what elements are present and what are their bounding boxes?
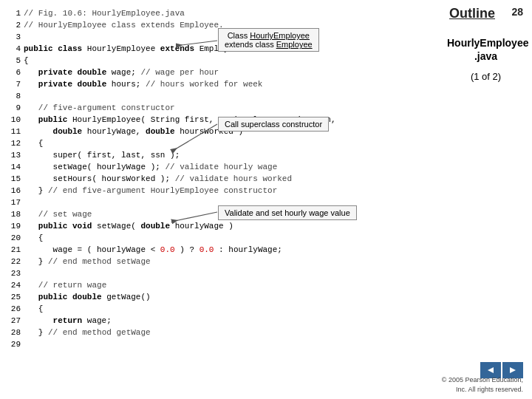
next-icon <box>508 366 517 375</box>
annotation-constructor: Call superclass constructor <box>218 117 329 132</box>
svg-marker-7 <box>510 367 516 373</box>
code-line-5: 5{ <box>7 55 466 66</box>
prev-icon <box>486 366 495 375</box>
file-extension: .java <box>447 50 525 62</box>
code-line-22: 22 } // end method setWage <box>7 256 466 267</box>
code-line-15: 15 setHours( hoursWorked ); // validate … <box>7 173 466 185</box>
copyright-line1: © 2005 Pearson Education, <box>442 375 523 385</box>
annotation-validate: Validate and set hourly wage value <box>218 205 357 220</box>
code-line-14: 14 setWage( hourlyWage ); // validate ho… <box>7 161 466 173</box>
annotation-validate-text: Validate and set hourly wage value <box>225 208 350 217</box>
slide-counter: (1 of 2) <box>447 71 525 82</box>
right-panel: HourlyEmployee .java (1 of 2) <box>447 37 525 82</box>
code-line-12: 12 { <box>7 137 466 149</box>
code-line-7: 7 private double hours; // hours worked … <box>7 78 466 90</box>
code-line-24: 24 // return wage <box>7 279 466 291</box>
code-line-16: 16 } // end five-argument HourlyEmployee… <box>7 185 466 197</box>
code-line-29: 29 <box>7 338 466 350</box>
code-line-8: 8 <box>7 90 466 102</box>
svg-marker-6 <box>488 367 494 373</box>
annotation-constructor-text: Call superclass constructor <box>225 120 322 129</box>
copyright: © 2005 Pearson Education, Inc. All right… <box>442 375 523 395</box>
code-area: 1// Fig. 10.6: HourlyEmployee.java 2// H… <box>7 7 466 350</box>
code-line-28: 28 } // end method getWage <box>7 327 466 338</box>
annotation-class-line1: Class HourlyEmployee <box>225 31 313 40</box>
code-line-20: 20 { <box>7 232 466 244</box>
annotation-class-line2: extends class Employee <box>225 40 313 49</box>
code-line-6: 6 private double wage; // wage per hour <box>7 66 466 78</box>
file-title: HourlyEmployee <box>447 37 525 49</box>
code-line-13: 13 super( first, last, ssn ); <box>7 149 466 161</box>
code-line-26: 26 { <box>7 303 466 315</box>
page-number: 28 <box>511 6 523 18</box>
code-line-27: 27 return wage; <box>7 315 466 327</box>
copyright-line2: Inc. All rights reserved. <box>442 385 523 395</box>
annotation-class-extends: Class HourlyEmployee extends class Emplo… <box>218 28 319 52</box>
code-line-25: 25 public double getWage() <box>7 291 466 303</box>
code-line-21: 21 wage = ( hourlyWage < 0.0 ) ? 0.0 : h… <box>7 244 466 256</box>
code-line-19: 19 public void setWage( double hourlyWag… <box>7 220 466 232</box>
code-line-23: 23 <box>7 267 466 279</box>
code-line-9: 9 // five-argument constructor <box>7 102 466 114</box>
code-line-1: 1// Fig. 10.6: HourlyEmployee.java <box>7 7 466 19</box>
